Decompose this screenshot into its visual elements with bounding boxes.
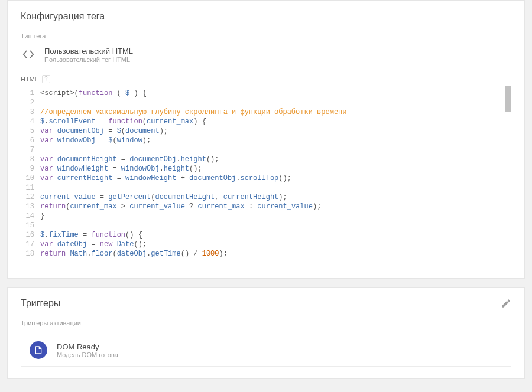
- triggers-title: Триггеры: [21, 298, 60, 309]
- code-gutter: 123456789101112131415161718: [21, 86, 38, 266]
- tag-type-label: Тип тега: [21, 32, 511, 40]
- code-brackets-icon: [21, 47, 36, 62]
- tag-config-card: Конфигурация тега Тип тега Пользовательс…: [7, 0, 525, 279]
- html-field-label: HTML: [21, 76, 38, 83]
- tag-type-row[interactable]: Пользовательский HTML Пользовательский т…: [21, 47, 511, 63]
- triggers-card: Триггеры Триггеры активации DOM Ready Мо…: [7, 287, 525, 379]
- code-editor[interactable]: 123456789101112131415161718 <script>(fun…: [21, 86, 511, 266]
- html-label-row: HTML ?: [21, 75, 511, 83]
- activation-triggers-label: Триггеры активации: [21, 319, 511, 326]
- scrollbar-thumb[interactable]: [505, 86, 511, 112]
- trigger-row[interactable]: DOM Ready Модель DOM готова: [21, 334, 511, 367]
- tag-type-name: Пользовательский HTML: [44, 47, 133, 55]
- code-body[interactable]: <script>(function ( $ ) {//определяем ма…: [38, 86, 511, 266]
- trigger-desc: Модель DOM готова: [57, 351, 118, 358]
- edit-button[interactable]: [501, 298, 511, 311]
- page-icon: [30, 341, 47, 359]
- trigger-name: DOM Ready: [57, 342, 118, 351]
- tag-config-title: Конфигурация тега: [21, 11, 511, 22]
- tag-type-desc: Пользовательский тег HTML: [44, 56, 133, 63]
- help-icon[interactable]: ?: [42, 75, 50, 83]
